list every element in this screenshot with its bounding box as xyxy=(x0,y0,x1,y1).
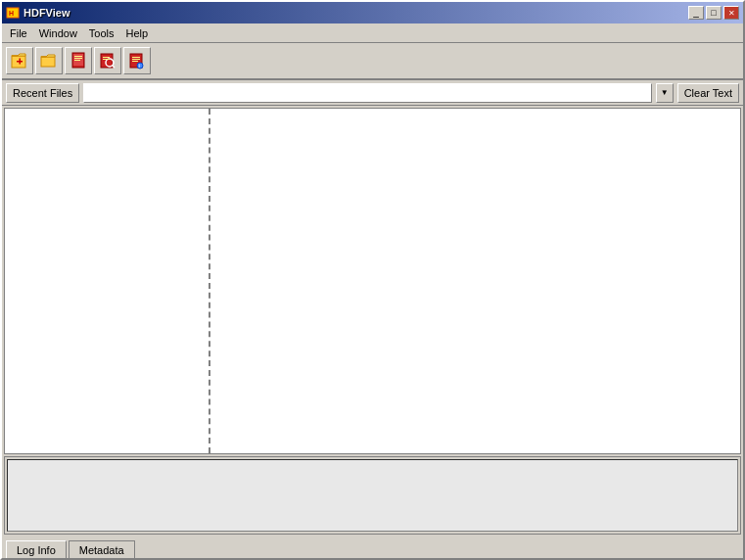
tab-metadata[interactable]: Metadata xyxy=(69,540,135,558)
menu-bar: File Window Tools Help xyxy=(2,23,743,43)
svg-rect-12 xyxy=(74,60,80,61)
menu-window[interactable]: Window xyxy=(33,25,83,41)
content-panel[interactable] xyxy=(210,109,740,453)
svg-rect-6 xyxy=(41,57,55,67)
svg-marker-7 xyxy=(41,55,55,57)
address-bar: Recent Files ▼ Clear Text xyxy=(2,80,743,106)
open-button[interactable] xyxy=(35,47,63,74)
properties-button[interactable]: i xyxy=(123,47,151,74)
dropdown-button[interactable]: ▼ xyxy=(656,83,674,103)
svg-rect-17 xyxy=(103,59,110,60)
title-bar: H HDFView xyxy=(2,2,743,23)
dropdown-icon: ▼ xyxy=(661,88,669,97)
svg-text:H: H xyxy=(9,10,14,17)
svg-rect-19 xyxy=(132,57,140,58)
title-bar-left: H HDFView xyxy=(6,6,70,20)
log-content[interactable] xyxy=(7,459,738,532)
title-bar-controls xyxy=(688,6,739,20)
tree-panel[interactable] xyxy=(5,109,210,453)
minimize-button[interactable] xyxy=(688,6,704,20)
search-button[interactable] xyxy=(94,47,121,74)
menu-file[interactable]: File xyxy=(4,25,33,41)
svg-rect-21 xyxy=(132,61,138,62)
bottom-area xyxy=(4,456,741,535)
svg-rect-16 xyxy=(103,57,110,58)
maximize-button[interactable] xyxy=(706,6,722,20)
svg-rect-5 xyxy=(20,59,22,65)
svg-rect-11 xyxy=(74,58,82,59)
svg-rect-10 xyxy=(74,56,82,57)
close-button[interactable] xyxy=(723,6,739,20)
menu-help[interactable]: Help xyxy=(120,25,155,41)
open-new-button[interactable] xyxy=(6,47,33,74)
address-input[interactable] xyxy=(83,83,652,103)
tab-log-info[interactable]: Log Info xyxy=(6,540,67,558)
tab-bar: Log Info Metadata xyxy=(2,537,743,558)
clear-text-button[interactable]: Clear Text xyxy=(677,83,739,103)
svg-marker-3 xyxy=(12,54,25,56)
recent-files-button[interactable]: Recent Files xyxy=(6,83,79,103)
main-pane xyxy=(4,108,741,454)
bookmark-button[interactable] xyxy=(65,47,92,74)
svg-rect-20 xyxy=(132,59,140,60)
menu-tools[interactable]: Tools xyxy=(83,25,120,41)
content-area: Recent Files ▼ Clear Text Log Info Metad… xyxy=(2,80,743,558)
app-icon: H xyxy=(6,6,20,20)
main-window: H HDFView File Window Tools Help xyxy=(0,0,745,560)
window-title: HDFView xyxy=(23,7,70,19)
toolbar: i xyxy=(2,43,743,80)
